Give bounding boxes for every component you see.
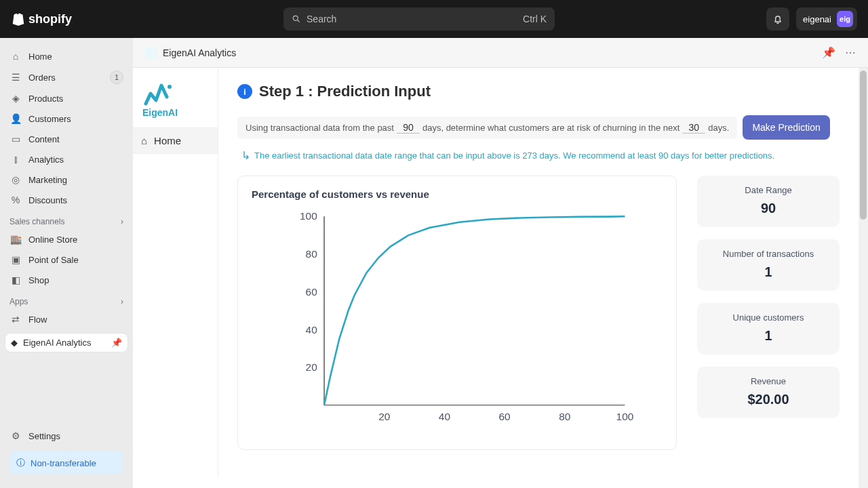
eigenai-logo: EigenAI <box>133 75 218 127</box>
chart-card: Percentage of customers vs revenue 20406… <box>237 176 677 450</box>
past-days-input[interactable] <box>397 122 420 134</box>
sidebar-item-content[interactable]: ▭Content <box>4 129 129 149</box>
sidebar-pinned-app[interactable]: ◆ EigenAI Analytics 📌 <box>5 333 127 352</box>
make-prediction-button[interactable]: Make Prediction <box>743 115 829 140</box>
sidebar-item-customers[interactable]: 👤Customers <box>4 108 129 129</box>
help-text: ↳ The earliest transactional data date r… <box>237 149 840 162</box>
avatar: eig <box>837 11 853 27</box>
app-sidebar: EigenAI ⌂ Home <box>133 68 218 477</box>
account-menu[interactable]: eigenai eig <box>796 7 857 30</box>
svg-text:80: 80 <box>306 248 317 260</box>
sidebar-item-flow[interactable]: ⇄Flow <box>4 309 129 329</box>
account-name: eigenai <box>803 14 831 24</box>
stat-label: Unique customers <box>705 312 831 323</box>
app-tab-home[interactable]: ⌂ Home <box>133 127 218 154</box>
sidebar-label: Settings <box>28 431 60 441</box>
svg-text:100: 100 <box>616 411 634 422</box>
svg-point-0 <box>293 16 298 20</box>
scrollbar-thumb[interactable] <box>860 70 867 220</box>
sidebar-item-home[interactable]: ⌂Home <box>4 46 129 66</box>
sidebar-item-marketing[interactable]: ◎Marketing <box>4 169 129 190</box>
sidebar-item-shop[interactable]: ◧Shop <box>4 270 129 290</box>
apps-header[interactable]: Apps› <box>4 290 129 309</box>
sales-channels-header[interactable]: Sales channels› <box>4 210 129 229</box>
stat-value: 90 <box>705 201 831 216</box>
pin-icon[interactable]: 📌 <box>111 338 122 348</box>
orders-badge: 1 <box>110 70 123 84</box>
svg-line-1 <box>298 20 300 22</box>
app-icon: ◆ <box>11 338 18 348</box>
step-header: i Step 1 : Prediction Input <box>237 83 840 100</box>
sidebar-label: Analytics <box>28 155 64 165</box>
bell-icon <box>772 14 783 24</box>
svg-text:40: 40 <box>306 324 317 336</box>
orders-icon: ☰ <box>9 71 22 83</box>
svg-text:20: 20 <box>306 361 317 373</box>
prediction-sentence: Using transactional data from the past d… <box>237 117 737 139</box>
sidebar-label: Discounts <box>28 195 67 205</box>
sidebar-label: Content <box>28 134 60 144</box>
more-icon[interactable]: ⋯ <box>845 46 856 59</box>
home-icon: ⌂ <box>9 50 22 62</box>
app-title: EigenAI Analytics <box>163 47 236 58</box>
stat-value: 1 <box>705 328 831 344</box>
stat-revenue: Revenue $20.00 <box>697 367 840 418</box>
chart-title: Percentage of customers vs revenue <box>252 188 663 200</box>
discounts-icon: % <box>9 194 22 206</box>
stat-label: Date Range <box>705 185 831 195</box>
brand-text: shopify <box>28 12 72 26</box>
info-icon: i <box>237 84 252 99</box>
sidebar-label: Products <box>28 94 63 104</box>
stat-value: 1 <box>705 264 831 280</box>
non-transferable-banner: ⓘ Non-transferable <box>9 451 123 474</box>
stats-column: Date Range 90 Number of transactions 1 U… <box>697 176 840 418</box>
info-icon: ⓘ <box>16 457 25 469</box>
search-shortcut: Ctrl K <box>523 14 547 24</box>
sidebar: ⌂Home ☰Orders1 ◈Products 👤Customers ▭Con… <box>0 38 133 488</box>
eigenai-mark-icon <box>142 80 183 107</box>
shopify-logo[interactable]: shopify <box>11 12 72 26</box>
sidebar-item-pos[interactable]: ▣Point of Sale <box>4 249 129 270</box>
step-title: Step 1 : Prediction Input <box>259 83 431 100</box>
storefront-icon: 🏬 <box>9 233 22 245</box>
sidebar-item-analytics[interactable]: ⫿Analytics <box>4 149 129 169</box>
svg-text:40: 40 <box>439 411 450 422</box>
main-content: EigenAI ⌂ Home i Step 1 : Prediction Inp… <box>133 68 859 488</box>
svg-text:60: 60 <box>306 286 317 298</box>
app-tab-label: Home <box>154 135 181 146</box>
pos-icon: ▣ <box>9 253 22 266</box>
stat-date-range: Date Range 90 <box>697 176 840 227</box>
topbar: shopify Search Ctrl K eigenai eig <box>0 0 868 38</box>
svg-text:20: 20 <box>378 411 390 422</box>
app-title-bar: EigenAI Analytics 📌 ⋯ <box>133 38 868 68</box>
search-icon <box>292 14 301 24</box>
sidebar-item-orders[interactable]: ☰Orders1 <box>4 66 129 88</box>
stat-label: Number of transactions <box>705 249 831 259</box>
future-days-input[interactable] <box>682 122 705 134</box>
pin-icon[interactable]: 📌 <box>822 46 835 59</box>
stat-transactions: Number of transactions 1 <box>697 239 840 291</box>
analytics-icon: ⫿ <box>9 153 22 165</box>
sidebar-item-online-store[interactable]: 🏬Online Store <box>4 229 129 249</box>
content-icon: ▭ <box>9 133 22 145</box>
sidebar-label: Online Store <box>28 235 77 245</box>
sidebar-item-products[interactable]: ◈Products <box>4 88 129 108</box>
scrollbar[interactable] <box>859 68 868 488</box>
notifications-button[interactable] <box>766 7 789 30</box>
sidebar-item-settings[interactable]: ⚙Settings <box>4 426 129 446</box>
search-input[interactable]: Search Ctrl K <box>283 7 555 30</box>
svg-point-2 <box>167 85 172 89</box>
shop-icon: ◧ <box>9 274 22 286</box>
sidebar-item-discounts[interactable]: %Discounts <box>4 190 129 210</box>
shopify-icon <box>11 12 26 26</box>
app-icon <box>145 47 157 59</box>
sidebar-label: Orders <box>28 73 56 83</box>
svg-text:80: 80 <box>559 411 570 422</box>
sidebar-label: Flow <box>28 314 47 325</box>
line-chart: 2040608010020406080100 <box>252 209 663 433</box>
chevron-right-icon: › <box>121 217 123 226</box>
sidebar-label: Customers <box>28 114 71 124</box>
search-placeholder: Search <box>307 14 336 24</box>
stat-label: Revenue <box>705 376 831 386</box>
eigenai-brand-text: EigenAI <box>142 107 178 118</box>
